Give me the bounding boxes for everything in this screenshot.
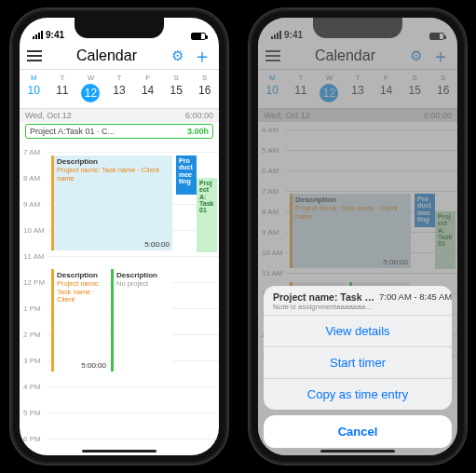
cancel-button[interactable]: Cancel	[264, 415, 452, 448]
hour-label: 3 PM	[23, 357, 41, 365]
hour-label: 10 AM	[23, 226, 45, 235]
action-sheet-body: Project name: Task - Cli... Note iz assi…	[264, 286, 452, 410]
hour-label: 1 PM	[23, 304, 41, 313]
allday-chip[interactable]: Project A:Task 01 · C... 3.00h	[25, 124, 213, 139]
notch	[75, 18, 164, 38]
event-afternoon-entry-2[interactable]: Description No project	[111, 269, 172, 372]
action-sheet-header: Project name: Task - Cli... Note iz assi…	[264, 286, 452, 315]
view-details-button[interactable]: View details	[264, 315, 452, 346]
hour-label: 4 PM	[23, 383, 41, 391]
event-afternoon-entry-1[interactable]: Description Project name: Task name · Cl…	[51, 269, 109, 372]
weekday-sat[interactable]: S15	[162, 74, 191, 102]
hour-label: 11 AM	[23, 252, 45, 261]
weekday-mon[interactable]: M10	[20, 74, 48, 102]
allday-chip-duration: 3.00h	[187, 127, 209, 136]
action-sheet: Project name: Task - Cli... Note iz assi…	[264, 286, 452, 448]
copy-as-time-entry-button[interactable]: Copy as time entry	[264, 378, 452, 410]
signal-icon	[33, 31, 43, 39]
allday-row: Wed, Oct 12 6:00:00	[20, 109, 219, 122]
hour-label: 5 PM	[23, 409, 41, 417]
timeline[interactable]: 7 AM 8 AM 9 AM 10 AM 11 AM 12 PM 1 PM 2 …	[20, 142, 219, 455]
hour-label: 12 PM	[23, 278, 45, 287]
screen: 9:41 Calendar ⚙ ＋ M10 T11 W12 T13 F14 S1…	[258, 18, 457, 455]
phone-left: 9:41 Calendar ⚙ ＋ M10 T11 W12 T13 F14 S1…	[11, 9, 227, 464]
start-timer-button[interactable]: Start timer	[264, 346, 452, 378]
weekday-wed[interactable]: W12	[76, 74, 105, 102]
hour-label: 6 PM	[23, 435, 41, 443]
allday-chip-label: Project A:Task 01 · C...	[30, 127, 115, 136]
allday-date: Wed, Oct 12	[25, 111, 72, 120]
sheet-note: Note iz assignmentaaaaaaa...	[273, 303, 375, 311]
home-indicator[interactable]	[82, 450, 156, 453]
weekday-fri[interactable]: F14	[133, 74, 162, 102]
phone-right: 9:41 Calendar ⚙ ＋ M10 T11 W12 T13 F14 S1…	[250, 9, 466, 464]
page-title: Calendar	[76, 47, 137, 64]
status-time: 9:41	[46, 30, 64, 40]
event-project-a-task[interactable]: Proj ect A: Task 01	[197, 178, 217, 252]
hour-label: 9 AM	[23, 200, 40, 209]
weekday-thu[interactable]: T13	[105, 74, 134, 102]
screen: 9:41 Calendar ⚙ ＋ M10 T11 W12 T13 F14 S1…	[20, 18, 219, 455]
home-indicator[interactable]	[320, 450, 395, 453]
hour-label: 7 AM	[23, 148, 40, 156]
sheet-title: Project name: Task - Cli...	[273, 291, 375, 303]
menu-icon[interactable]	[27, 50, 42, 61]
week-bar: M10 T11 W12 T13 F14 S15 S16	[20, 70, 219, 109]
hour-label: 8 AM	[23, 174, 40, 182]
weekday-sun[interactable]: S16	[190, 74, 219, 102]
allday-total: 6:00:00	[185, 111, 213, 120]
hour-label: 2 PM	[23, 331, 41, 339]
battery-icon	[191, 33, 206, 40]
plus-icon[interactable]: ＋	[193, 49, 211, 62]
nav-bar: Calendar ⚙ ＋	[20, 42, 219, 70]
gear-icon[interactable]: ⚙	[171, 47, 184, 64]
event-product-meeting[interactable]: Pro duct mee ting	[176, 155, 197, 195]
weekday-tue[interactable]: T11	[48, 74, 77, 102]
event-morning-entry[interactable]: Description Project name: Task name · Cl…	[51, 155, 172, 250]
sheet-time: 7:00 AM - 8:45 AM	[379, 291, 452, 302]
